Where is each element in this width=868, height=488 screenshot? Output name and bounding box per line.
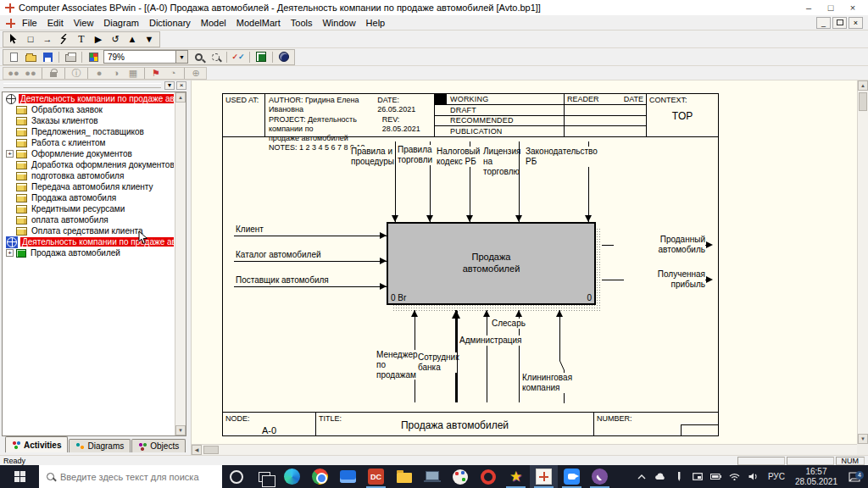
start-button[interactable] (0, 465, 39, 488)
menu-dictionary[interactable]: Dictionary (144, 17, 196, 29)
output-label[interactable]: Полученная прибыль (624, 269, 705, 290)
laptop-app-icon[interactable] (418, 465, 446, 488)
zoom-in-icon[interactable] (190, 50, 207, 64)
taskbar-search[interactable] (39, 465, 222, 488)
file-explorer-icon[interactable] (390, 465, 418, 488)
squiggle-tool-button[interactable] (56, 32, 73, 46)
expander-plus-icon[interactable]: + (6, 249, 14, 257)
control-label[interactable]: Правила торговли (398, 145, 431, 165)
control-label[interactable]: Лицензия на торговлю (483, 147, 519, 176)
pointer-tool-button[interactable] (5, 32, 22, 46)
scroll-left-icon[interactable]: ◀ (192, 445, 202, 455)
wifi-icon[interactable] (727, 465, 743, 488)
opera-app-icon[interactable] (474, 465, 502, 488)
edge-icon[interactable] (278, 465, 306, 488)
battery-icon[interactable] (709, 465, 724, 488)
model-explorer-header[interactable]: ▾ × (0, 80, 188, 91)
close-button[interactable]: × (848, 3, 858, 13)
search-input[interactable] (60, 472, 204, 482)
mechanism-label[interactable]: Администрация (459, 336, 522, 346)
onedrive-cloud-icon[interactable] (653, 465, 668, 488)
tree-item-model[interactable]: Деятельность компании по продаже автомоб… (3, 93, 174, 104)
spell-check-icon[interactable]: ✓✓ (230, 50, 247, 64)
tree-item[interactable]: подготовка автомобиля (3, 170, 174, 181)
language-indicator[interactable]: РУС (765, 472, 788, 481)
vertical-scroll-thumb[interactable] (859, 92, 867, 111)
scroll-down-icon[interactable]: ▼ (858, 434, 868, 444)
print-icon[interactable] (62, 50, 79, 64)
bpwin-taskbar-icon[interactable] (530, 465, 558, 488)
turn-tool-button[interactable]: ↺ (107, 32, 124, 46)
tree-item[interactable]: Кредитными ресурсами (3, 203, 174, 214)
model-explorer-icon[interactable] (253, 50, 270, 64)
mdi-minimize-button[interactable]: _ (816, 17, 831, 29)
mechanism-label[interactable]: Слесарь (492, 319, 526, 329)
precedence-tool-button[interactable]: ▶ (90, 32, 107, 46)
menu-model[interactable]: Model (196, 17, 231, 29)
tree-item[interactable]: Работа с клиентом (3, 137, 174, 148)
menu-diagram[interactable]: Diagram (98, 17, 144, 29)
minimize-button[interactable]: – (804, 3, 814, 13)
color-palette-icon[interactable] (85, 50, 102, 64)
menu-help[interactable]: Help (361, 17, 391, 29)
diagram-canvas[interactable]: USED AT: AUTHOR: Гридина Елена ИвановнаD… (192, 80, 857, 444)
red-app-icon[interactable]: DC (362, 465, 390, 488)
open-file-icon[interactable] (22, 50, 39, 64)
tree-vertical-scrollbar[interactable]: ▲ ▼ (175, 92, 186, 435)
cortana-icon[interactable] (222, 465, 250, 488)
mechanism-arrow[interactable] (487, 310, 487, 402)
task-view-icon[interactable] (250, 465, 278, 488)
arrow-tool-button[interactable]: → (39, 32, 56, 46)
activity-box[interactable]: Продажаавтомобилей 0 Br 0 (387, 222, 596, 305)
tree-item[interactable]: Заказы клиентов (3, 115, 174, 126)
control-arrow[interactable] (395, 141, 396, 222)
zoom-combo[interactable]: 79% ▼ (103, 50, 188, 64)
tree-scroll-down-icon[interactable]: ▼ (175, 425, 186, 435)
zoom-app-icon[interactable] (558, 465, 586, 488)
cast-screen-icon[interactable] (690, 465, 705, 488)
vertical-scrollbar[interactable]: ▲ ▼ (857, 80, 868, 444)
control-label[interactable]: Правила и процедуры (351, 147, 395, 167)
go-up-tool-button[interactable]: ▲ (124, 32, 141, 46)
menu-view[interactable]: View (69, 17, 99, 29)
tree-item[interactable]: Передача автомобиля клиенту (3, 181, 174, 192)
output-label[interactable]: Проданный автомобиль (614, 235, 705, 255)
paint-app-icon[interactable] (446, 465, 474, 488)
mechanism-label[interactable]: Клининговая компания (522, 373, 571, 393)
maximize-button[interactable]: □ (826, 3, 836, 13)
notifications-icon[interactable]: 4 (844, 472, 865, 482)
input-label[interactable]: Поставщик автомобиля (236, 275, 329, 286)
new-file-icon[interactable] (5, 50, 22, 64)
panel-pin-button[interactable]: ▾ (164, 81, 175, 90)
tree-item[interactable]: +Оформление документов (3, 148, 174, 159)
mdi-close-button[interactable]: × (849, 17, 863, 29)
tree-item[interactable]: оплата автомобиля (3, 214, 174, 225)
zoom-area-icon[interactable] (207, 50, 224, 64)
expander-plus-icon[interactable]: + (6, 150, 14, 158)
scroll-up-icon[interactable]: ▲ (858, 80, 868, 91)
text-tool-button[interactable]: T (73, 32, 90, 46)
control-label[interactable]: Законодательство РБ (526, 147, 597, 167)
volume-icon[interactable] (746, 465, 761, 488)
zoom-dropdown-arrow[interactable]: ▼ (175, 51, 187, 63)
go-down-tool-button[interactable]: ▼ (141, 32, 158, 46)
menu-modelmart[interactable]: ModelMart (231, 17, 286, 29)
tree-item[interactable]: Доработка оформления документов (3, 159, 174, 170)
menu-file[interactable]: File (17, 17, 42, 29)
horizontal-scroll-thumb[interactable] (203, 446, 219, 454)
modelmart-globe-icon[interactable] (275, 50, 292, 64)
mail-app-icon[interactable] (334, 465, 362, 488)
input-arrow[interactable] (234, 286, 387, 287)
input-label[interactable]: Клиент (236, 225, 264, 235)
menu-tools[interactable]: Tools (286, 17, 318, 29)
horizontal-scrollbar[interactable]: ◀ (192, 444, 857, 455)
tree-item[interactable]: +Продажа автомобилей (3, 247, 174, 258)
control-label[interactable]: Налоговый кодекс РБ (437, 147, 477, 167)
chrome-icon[interactable] (306, 465, 334, 488)
mechanism-label[interactable]: Менеджер по продажам (376, 350, 417, 380)
tab-objects[interactable]: Objects (131, 439, 186, 452)
mechanism-label[interactable]: Сотрудник банка (418, 352, 457, 373)
panel-close-icon[interactable]: × (176, 81, 186, 90)
star-app-icon[interactable]: ★ (502, 465, 530, 488)
menu-window[interactable]: Window (317, 17, 360, 29)
